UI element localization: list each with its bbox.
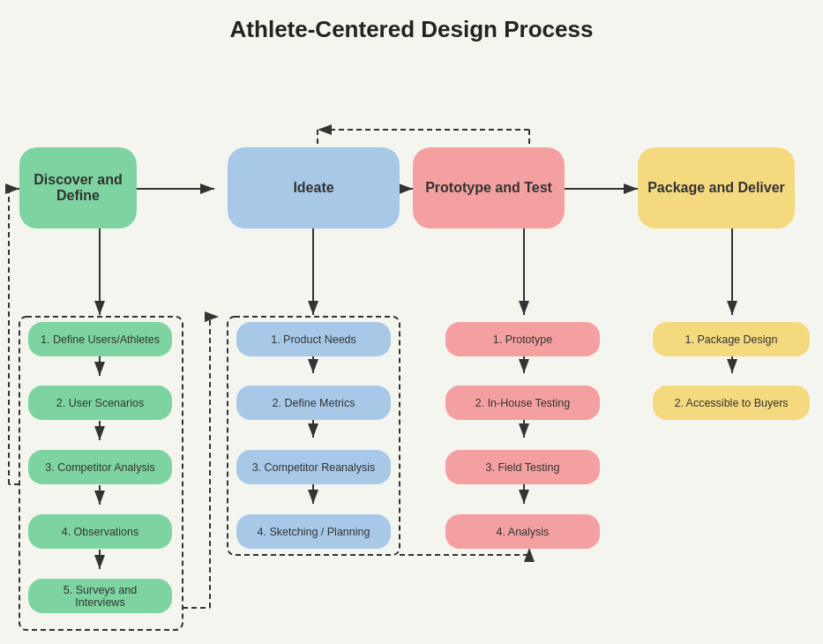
ideate-sub-4: 4. Sketching / Planning bbox=[236, 514, 391, 549]
discover-sub-1: 1. Define Users/Athletes bbox=[28, 322, 172, 356]
diagram-container: Discover and Define Ideate Prototype and… bbox=[0, 52, 823, 644]
prototype-sub-2: 2. In-House Testing bbox=[445, 386, 600, 420]
ideate-sub-3: 3. Competitor Reanalysis bbox=[236, 450, 391, 484]
package-sub-1: 1. Package Design bbox=[653, 322, 810, 356]
discover-sub-3: 3. Competitor Analysis bbox=[28, 450, 172, 484]
prototype-sub-1: 1. Prototype bbox=[445, 322, 600, 356]
phase-discover: Discover and Define bbox=[19, 147, 137, 228]
page-title: Athlete-Centered Design Process bbox=[0, 0, 823, 52]
phase-ideate: Ideate bbox=[228, 147, 400, 228]
discover-sub-5: 5. Surveys and Interviews bbox=[28, 579, 172, 613]
discover-sub-2: 2. User Scenarios bbox=[28, 386, 172, 420]
prototype-sub-4: 4. Analysis bbox=[445, 514, 600, 549]
ideate-sub-2: 2. Define Metrics bbox=[236, 386, 391, 420]
phase-prototype: Prototype and Test bbox=[413, 147, 565, 228]
prototype-sub-3: 3. Field Testing bbox=[445, 450, 600, 484]
package-sub-2: 2. Accessible to Buyers bbox=[653, 386, 810, 420]
phase-package: Package and Deliver bbox=[638, 147, 795, 228]
discover-sub-4: 4. Observations bbox=[28, 514, 172, 549]
ideate-sub-1: 1. Product Needs bbox=[236, 322, 391, 356]
